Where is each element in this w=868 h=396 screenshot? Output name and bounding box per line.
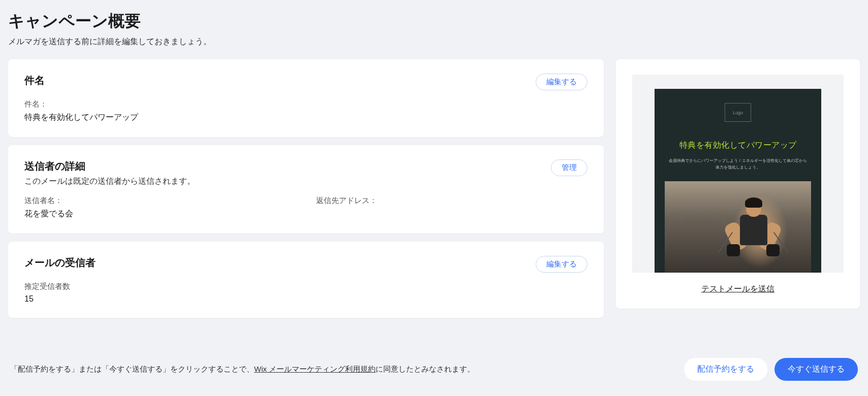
sender-manage-button[interactable]: 管理	[551, 159, 587, 176]
preview-column: Logo 特典を有効化してパワーアップ 会員特典でさらにパワーアップしよう！エネ…	[616, 59, 860, 309]
footer-disclaimer-pre: 「配信予約をする」または「今すぐ送信する」をクリックすることで、	[10, 365, 254, 369]
page-subtitle: メルマガを送信する前に詳細を編集しておきましょう。	[8, 37, 860, 47]
preview-card: Logo 特典を有効化してパワーアップ 会員特典でさらにパワーアップしよう！エネ…	[616, 59, 860, 309]
footer-bar: 「配信予約をする」または「今すぐ送信する」をクリックすることで、Wix メールマ…	[0, 348, 868, 369]
sender-name-label: 送信者名：	[24, 196, 296, 206]
recipients-card: メールの受信者 編集する 推定受信者数 15	[8, 242, 604, 318]
send-now-button[interactable]: 今すぐ送信する	[774, 358, 858, 369]
terms-link[interactable]: Wix メールマーケティング利用規約	[254, 365, 376, 369]
email-preview-title: 特典を有効化してパワーアップ	[679, 140, 797, 151]
sender-card-title: 送信者の詳細	[24, 159, 551, 173]
send-test-email-link[interactable]: テストメールを送信	[701, 284, 774, 293]
content-wrapper: 件名 編集する 件名： 特典を有効化してパワーアップ 送信者の詳細 このメールは…	[8, 59, 860, 318]
recipients-card-title: メールの受信者	[24, 256, 536, 270]
main-column: 件名 編集する 件名： 特典を有効化してパワーアップ 送信者の詳細 このメールは…	[8, 59, 604, 318]
recipients-count-value: 15	[24, 294, 587, 304]
subject-field-label: 件名：	[24, 100, 587, 109]
recipients-count-label: 推定受信者数	[24, 282, 587, 291]
email-preview-image	[665, 181, 811, 273]
page-title: キャンペーン概要	[8, 10, 860, 32]
subject-field-value: 特典を有効化してパワーアップ	[24, 112, 587, 123]
sender-card: 送信者の詳細 このメールは既定の送信者から送信されます。 管理 送信者名： 花を…	[8, 145, 604, 234]
subject-card-title: 件名	[24, 74, 536, 87]
footer-disclaimer-post: に同意したとみなされます。	[376, 365, 475, 369]
sender-name-value: 花を愛でる会	[24, 209, 296, 219]
page-header: キャンペーン概要 メルマガを送信する前に詳細を編集しておきましょう。	[8, 10, 860, 47]
subject-card: 件名 編集する 件名： 特典を有効化してパワーアップ	[8, 59, 604, 137]
email-preview-description: 会員特典でさらにパワーアップしよう！エネルギーを活性化して体の芯から体力を強化し…	[665, 158, 811, 171]
subject-edit-button[interactable]: 編集する	[536, 74, 587, 90]
email-logo-placeholder: Logo	[725, 103, 751, 122]
sender-card-subtitle: このメールは既定の送信者から送信されます。	[24, 176, 551, 187]
recipients-edit-button[interactable]: 編集する	[536, 256, 587, 273]
reply-to-label: 返信先アドレス：	[316, 196, 587, 206]
footer-disclaimer: 「配信予約をする」または「今すぐ送信する」をクリックすることで、Wix メールマ…	[10, 365, 475, 369]
footer-actions: 配信予約をする 今すぐ送信する	[684, 358, 858, 369]
email-preview: Logo 特典を有効化してパワーアップ 会員特典でさらにパワーアップしよう！エネ…	[655, 89, 821, 273]
preview-frame: Logo 特典を有効化してパワーアップ 会員特典でさらにパワーアップしよう！エネ…	[632, 75, 844, 273]
schedule-button[interactable]: 配信予約をする	[684, 358, 767, 369]
